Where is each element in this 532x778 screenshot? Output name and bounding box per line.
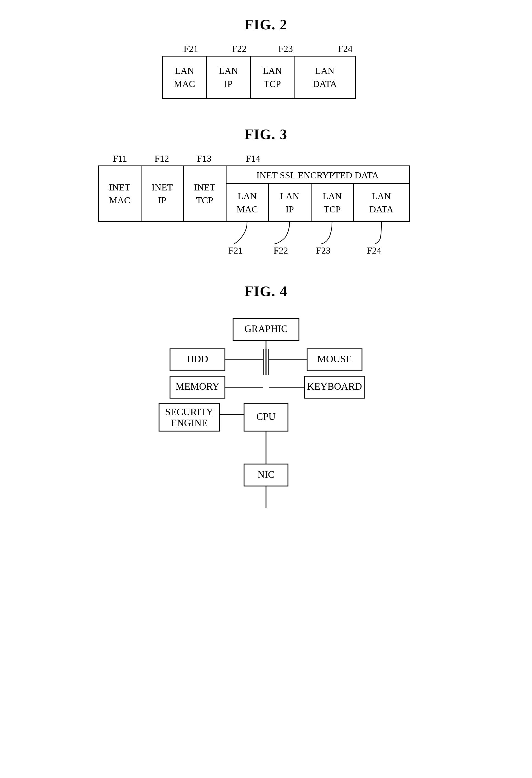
fig3-inet-tcp: INETTCP bbox=[184, 166, 227, 221]
fig3-inner-lan-data: LANDATA bbox=[354, 184, 409, 221]
fig2-label-f24: F24 bbox=[309, 44, 370, 54]
fig2-title: FIG. 2 bbox=[245, 16, 287, 33]
fig2-section: FIG. 2 F21 F22 F23 F24 LANMAC LANIP LANT… bbox=[0, 16, 532, 99]
fig2-label-f22: F22 bbox=[217, 44, 262, 54]
svg-text:ENGINE: ENGINE bbox=[171, 417, 207, 429]
fig3-section: FIG. 3 F11 F12 F13 F14 INETMAC INETIP bbox=[0, 126, 532, 256]
fig2-label-f23: F23 bbox=[262, 44, 309, 54]
fig3-inet-ip: INETIP bbox=[142, 166, 184, 221]
fig3-bottom-label-f22: F22 bbox=[268, 245, 311, 256]
fig3-label-f12: F12 bbox=[141, 153, 183, 164]
fig2-box-lan-data: LANDATA bbox=[294, 57, 355, 98]
fig3-right-section: INET SSL ENCRYPTED DATA LANMAC LANIP LAN… bbox=[227, 166, 409, 221]
fig3-bottom-label-f21: F21 bbox=[226, 245, 268, 256]
fig3-top-labels-row: F11 F12 F13 F14 bbox=[98, 153, 280, 164]
svg-text:NIC: NIC bbox=[258, 469, 274, 480]
fig4-svg-diagram: GRAPHIC HDD MEMORY MOUSE KEYBOARD CPU SE… bbox=[143, 310, 389, 585]
fig2-label-f21: F21 bbox=[162, 44, 217, 54]
fig3-inner-lan-mac: LANMAC bbox=[227, 184, 269, 221]
fig2-boxes-row: LANMAC LANIP LANTCP LANDATA bbox=[162, 56, 356, 99]
fig2-diagram: F21 F22 F23 F24 LANMAC LANIP LANTCP LAND… bbox=[162, 44, 370, 99]
fig4-section: FIG. 4 bbox=[0, 283, 532, 585]
fig2-box-lan-ip: LANIP bbox=[207, 57, 251, 98]
fig3-diagram: F11 F12 F13 F14 INETMAC INETIP INETTCP bbox=[98, 153, 434, 256]
fig3-ssl-label: INET SSL ENCRYPTED DATA bbox=[227, 166, 409, 184]
svg-text:GRAPHIC: GRAPHIC bbox=[244, 323, 288, 334]
svg-text:CPU: CPU bbox=[256, 411, 276, 422]
svg-text:HDD: HDD bbox=[187, 354, 208, 365]
fig3-inet-mac: INETMAC bbox=[99, 166, 142, 221]
svg-text:KEYBOARD: KEYBOARD bbox=[307, 381, 362, 392]
fig3-label-f13: F13 bbox=[183, 153, 226, 164]
fig3-inner-lan-tcp: LANTCP bbox=[312, 184, 354, 221]
fig2-box-lan-mac: LANMAC bbox=[163, 57, 207, 98]
svg-text:SECURITY: SECURITY bbox=[165, 406, 213, 417]
fig2-box-lan-tcp: LANTCP bbox=[251, 57, 294, 98]
fig3-bracket-svg bbox=[226, 222, 434, 247]
fig3-inner-boxes: LANMAC LANIP LANTCP LANDATA bbox=[227, 184, 409, 221]
fig3-label-f14: F14 bbox=[226, 153, 280, 164]
fig3-outer-box: INETMAC INETIP INETTCP INET SSL ENCRYPTE… bbox=[98, 165, 410, 222]
fig2-labels-row: F21 F22 F23 F24 bbox=[162, 44, 370, 54]
fig3-inner-lan-ip: LANIP bbox=[269, 184, 312, 221]
fig3-bottom-label-f24: F24 bbox=[359, 245, 414, 256]
svg-text:MEMORY: MEMORY bbox=[176, 381, 219, 392]
page: FIG. 2 F21 F22 F23 F24 LANMAC LANIP LANT… bbox=[0, 0, 532, 778]
fig3-label-f11: F11 bbox=[98, 153, 141, 164]
fig3-bottom-labels-row: F21 F22 F23 F24 bbox=[226, 245, 414, 256]
svg-text:MOUSE: MOUSE bbox=[317, 354, 352, 365]
fig3-title: FIG. 3 bbox=[245, 126, 287, 142]
fig4-title: FIG. 4 bbox=[245, 283, 287, 299]
fig3-bottom-label-f23: F23 bbox=[311, 245, 359, 256]
